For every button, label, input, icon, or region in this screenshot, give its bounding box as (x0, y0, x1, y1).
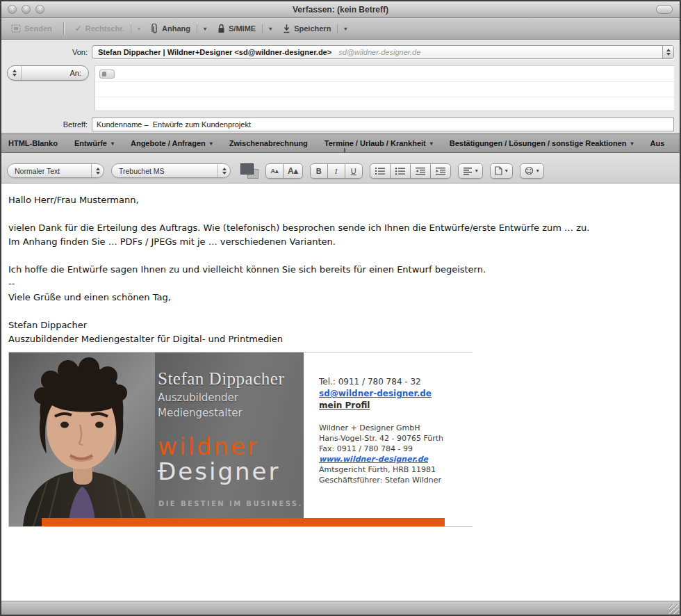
window-bottom-bar (1, 601, 680, 615)
toolbar-separator (63, 22, 64, 35)
tab-menu-caret-icon: ▾ (111, 140, 114, 147)
body-line: Stefan Dippacher (8, 318, 673, 332)
compose-window: Verfassen: (kein Betreff) Senden ✓ Recht… (1, 1, 680, 615)
body-line: Im Anhang finden Sie … PDFs / JPEGs mit … (8, 235, 673, 249)
resize-grip[interactable] (669, 604, 679, 614)
font-size-group: A▴ A▴ (265, 163, 303, 179)
template-tab-bar: HTML-Blanko Entwürfe ▾ Angebote / Anfrag… (1, 133, 680, 153)
subject-label: Betreff: (1, 117, 92, 129)
smime-menu-caret-icon[interactable]: ▾ (268, 26, 273, 32)
card-accent-bar (42, 518, 445, 526)
underline-button[interactable]: U (345, 163, 363, 179)
send-label: Senden (24, 24, 52, 33)
tab-html-blanko[interactable]: HTML-Blanko (8, 139, 58, 147)
numbered-list-button[interactable] (370, 163, 391, 179)
format-toolbar: Normaler Text Trebuchet MS A▴ A▴ (1, 153, 680, 184)
signature-card: Stefan Dippacher Auszubildender Medienge… (8, 352, 473, 527)
body-line: Hallo Herr/Frau Mustermann, (8, 193, 673, 207)
indent-icon (435, 167, 446, 175)
text-color-well[interactable] (240, 163, 259, 179)
message-header-area: Von: Stefan Dippacher | Wildner+Designer… (1, 40, 680, 133)
text-style-group: B I U (310, 163, 363, 179)
font-size-increase-button[interactable]: A▴ (283, 163, 303, 179)
card-address: Hans-Vogel-Str. 42 - 90765 Fürth (319, 433, 473, 444)
tab-termine-urlaub-krankheit[interactable]: Termine / Urlaub / Krankheit ▾ (325, 139, 433, 147)
card-role-2: Mediengestalter (158, 407, 284, 419)
smime-button[interactable]: S/MIME ▾ (215, 22, 276, 35)
to-selector-stepper-icon[interactable] (8, 66, 22, 80)
window-title: Verfassen: (kein Betreff) (1, 5, 680, 15)
document-icon (495, 166, 502, 175)
card-registry: Amtsgericht Fürth, HRB 11981 (319, 464, 473, 475)
card-managing-director: Geschäftsführer: Stefan Wildner (319, 475, 473, 485)
spellcheck-button[interactable]: ✓ Rechtschr. ▾ (72, 22, 145, 35)
tab-bestaetigungen-loesungen[interactable]: Bestätigungen / Lösungen / sonstige Reak… (450, 139, 634, 147)
tab-zwischenabrechnung[interactable]: Zwischenabrechnung (229, 139, 308, 147)
save-label: Speichern (294, 24, 331, 33)
body-line (8, 249, 673, 263)
card-name: Stefan Dippacher (158, 369, 284, 389)
card-contact-panel: Tel.: 0911 / 780 784 - 32 sd@wildner-des… (304, 352, 473, 526)
stationery-button[interactable]: ▾ (490, 163, 513, 179)
tab-entwuerfe[interactable]: Entwürfe ▾ (74, 139, 114, 147)
profile-link[interactable]: mein Profil (319, 400, 370, 410)
bulleted-list-icon (395, 167, 406, 175)
select-stepper-icon (91, 164, 104, 177)
spellcheck-menu-caret-icon[interactable]: ▾ (136, 26, 142, 32)
tab-menu-caret-icon: ▾ (631, 140, 634, 147)
card-fax: Fax: 0911 / 780 784 - 99 (319, 444, 473, 454)
outdent-button[interactable] (410, 163, 431, 179)
window-zoom-button[interactable] (35, 5, 44, 14)
outdent-icon (415, 167, 426, 175)
tab-angebote-anfragen[interactable]: Angebote / Anfragen ▾ (131, 139, 213, 147)
card-name-block: Stefan Dippacher Auszubildender Medienge… (158, 369, 284, 419)
indent-button[interactable] (430, 163, 451, 179)
to-field-selector-button[interactable]: An: (7, 65, 89, 81)
alignment-group: ▾ (458, 163, 483, 179)
from-account-value: Stefan Dippacher | Wildner+Designer <sd@… (92, 48, 331, 56)
message-body-editor[interactable]: Hallo Herr/Frau Mustermann, vielen Dank … (1, 184, 680, 601)
body-line: vielen Dank für die Erteilung des Auftra… (8, 221, 673, 235)
bold-button[interactable]: B (310, 163, 328, 179)
from-account-hint: sd@wildner-designer.de (331, 48, 420, 56)
window-minimize-button[interactable] (22, 5, 31, 14)
window-close-button[interactable] (8, 5, 17, 14)
subject-input[interactable] (92, 117, 674, 131)
font-size-decrease-button[interactable]: A▴ (265, 163, 284, 179)
attachment-button[interactable]: Anhang ▾ (149, 22, 211, 36)
logo-word-wildner: wildner (158, 435, 280, 460)
emoticon-button[interactable]: ▾ (520, 163, 544, 179)
title-bar[interactable]: Verfassen: (kein Betreff) (1, 1, 680, 18)
smiley-icon (525, 166, 534, 175)
toolbar-toggle-button[interactable] (656, 5, 673, 14)
stationery-group: ▾ (490, 163, 513, 179)
body-line (8, 305, 673, 318)
card-company: Wildner + Designer GmbH (319, 423, 473, 433)
from-account-select[interactable]: Stefan Dippacher | Wildner+Designer <sd@… (92, 45, 674, 59)
alignment-menu-caret-icon: ▾ (475, 168, 478, 174)
from-select-stepper-icon[interactable] (662, 46, 673, 58)
to-recipients-input[interactable] (95, 65, 674, 111)
tab-aus-truncated[interactable]: Aus (650, 139, 665, 147)
recipient-chip[interactable] (99, 70, 115, 79)
website-link[interactable]: www.wildner-designer.de (319, 455, 428, 464)
body-line (8, 207, 673, 221)
company-tagline: DIE BESTIEN IM BUSINESS. (158, 500, 303, 508)
alignment-button[interactable]: ▾ (458, 163, 483, 179)
contact-icon (102, 72, 106, 76)
email-link[interactable]: sd@wildner-designer.de (319, 389, 432, 398)
to-row: An: (1, 65, 674, 111)
bulleted-list-button[interactable] (390, 163, 411, 179)
from-label: Von: (1, 45, 92, 56)
window-frame: Verfassen: (kein Betreff) Senden ✓ Recht… (0, 0, 681, 616)
tab-menu-caret-icon: ▾ (430, 140, 433, 147)
logo-word-designer: Đesigner (158, 460, 280, 485)
card-role-1: Auszubildender (158, 391, 284, 404)
paragraph-style-select[interactable]: Normaler Text (7, 163, 104, 178)
save-menu-caret-icon[interactable]: ▾ (343, 26, 348, 32)
save-button[interactable]: Speichern ▾ (280, 22, 351, 35)
attachment-menu-caret-icon[interactable]: ▾ (202, 26, 208, 32)
font-family-select[interactable]: Trebuchet MS (111, 163, 231, 178)
italic-button[interactable]: I (327, 163, 345, 179)
send-button[interactable]: Senden (8, 22, 55, 35)
